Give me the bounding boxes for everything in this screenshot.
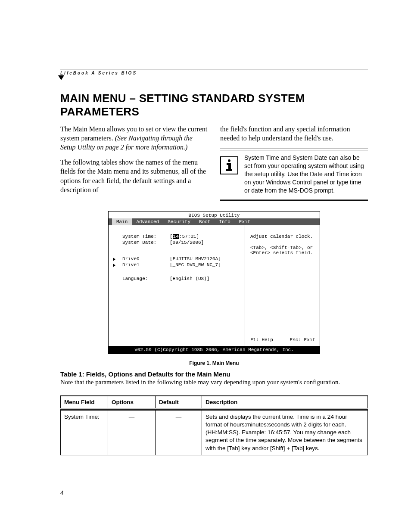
intro-col-right: the field's function and any special inf… [220, 124, 368, 201]
bios-title: BIOS Setup Utility [109, 212, 320, 218]
page-number: 4 [60, 490, 368, 497]
note-text: System Time and System Date can also be … [244, 154, 368, 194]
system-time-value: [14:57:01] [170, 234, 199, 239]
table-note: Note that the parameters listed in the f… [60, 379, 368, 386]
language-label: Language: [122, 276, 170, 281]
system-date-value: [09/15/2006] [170, 240, 204, 245]
intro-columns: The Main Menu allows you to set or view … [60, 124, 368, 201]
help-line1: Adjust calendar clock. [250, 234, 315, 239]
th-description: Description [202, 396, 368, 409]
bios-body: System Time: [14:57:01] System Date: [09… [109, 225, 320, 346]
bios-tab-main[interactable]: Main [112, 218, 132, 225]
cell-options: — [108, 410, 156, 455]
bios-tab-info[interactable]: Info [215, 218, 234, 225]
bios-tab-security[interactable]: Security [163, 218, 195, 225]
info-icon [220, 156, 238, 174]
bios-row-language[interactable]: Language: [English (US)] [110, 276, 241, 281]
bios-window: BIOS Setup Utility Main Advanced Securit… [108, 211, 320, 354]
cell-default: — [156, 410, 202, 455]
st-rest: :57:01] [179, 234, 199, 239]
help-line2: <Tab>, <Shift-Tab>, or <Enter> selects f… [250, 245, 315, 255]
intro-p1: The Main Menu allows you to set or view … [60, 124, 208, 152]
svg-point-0 [228, 159, 230, 162]
bios-help-pane: Adjust calendar clock. <Tab>, <Shift-Tab… [245, 225, 320, 346]
help-footer: F1: Help Esc: Exit [250, 337, 315, 342]
help-f1: F1: Help [250, 337, 273, 342]
running-head: LifeBook A Series BIOS [60, 69, 368, 75]
figure-caption: Figure 1. Main Menu [60, 360, 368, 366]
triangle-icon [58, 75, 64, 80]
page-title: MAIN MENU – SETTING STANDARD SYSTEM PARA… [60, 92, 368, 118]
help-esc: Esc: Exit [290, 337, 315, 342]
intro-p2: The following tables show the names of t… [60, 158, 208, 194]
table-title: Table 1: Fields, Options and Defaults fo… [60, 370, 368, 378]
system-time-label: System Time: [122, 234, 170, 239]
drive1-label: Drive1 [122, 262, 170, 268]
bios-figure: BIOS Setup Utility Main Advanced Securit… [108, 211, 320, 354]
svg-rect-3 [226, 169, 232, 171]
bios-tab-boot[interactable]: Boot [195, 218, 215, 225]
table-header-row: Menu Field Options Default Description [61, 396, 368, 409]
st-prefix: [ [170, 234, 173, 239]
intro-p3: the field's function and any special inf… [220, 124, 368, 143]
table-row: System Time: — — Sets and displays the c… [61, 410, 368, 455]
st-hh[interactable]: 14 [173, 234, 179, 239]
submenu-arrow-icon [113, 258, 115, 261]
note-box: System Time and System Date can also be … [220, 149, 368, 200]
svg-rect-2 [228, 163, 231, 170]
bios-tab-exit[interactable]: Exit [235, 218, 255, 225]
th-default: Default [156, 396, 202, 409]
cell-description: Sets and displays the current time. Time… [202, 410, 368, 455]
th-field: Menu Field [61, 396, 108, 409]
language-value: [English (US)] [170, 276, 209, 281]
bios-tab-advanced[interactable]: Advanced [132, 218, 163, 225]
cell-field: System Time: [61, 410, 108, 455]
fields-table: Menu Field Options Default Description S… [60, 395, 368, 455]
bios-row-drive0[interactable]: Drive0 [FUJITSU MHV2120A] [110, 256, 241, 261]
drive1-value: [_NEC DVD_RW NC_7] [170, 262, 221, 268]
drive0-value: [FUJITSU MHV2120A] [170, 256, 221, 261]
bios-copyright: v02.59 (C)Copyright 1985-2006, American … [109, 346, 320, 354]
bios-row-system-date[interactable]: System Date: [09/15/2006] [110, 240, 241, 245]
bios-tabs: Main Advanced Security Boot Info Exit [109, 218, 320, 225]
th-options: Options [108, 396, 156, 409]
running-head-text: LifeBook A Series BIOS [60, 71, 137, 75]
bios-row-system-time[interactable]: System Time: [14:57:01] [110, 234, 241, 239]
submenu-arrow-icon [113, 264, 115, 267]
drive0-label: Drive0 [122, 256, 170, 261]
bios-row-drive1[interactable]: Drive1 [_NEC DVD_RW NC_7] [110, 262, 241, 268]
intro-col-left: The Main Menu allows you to set or view … [60, 124, 208, 201]
bios-left-pane: System Time: [14:57:01] System Date: [09… [109, 225, 245, 346]
system-date-label: System Date: [122, 240, 170, 245]
